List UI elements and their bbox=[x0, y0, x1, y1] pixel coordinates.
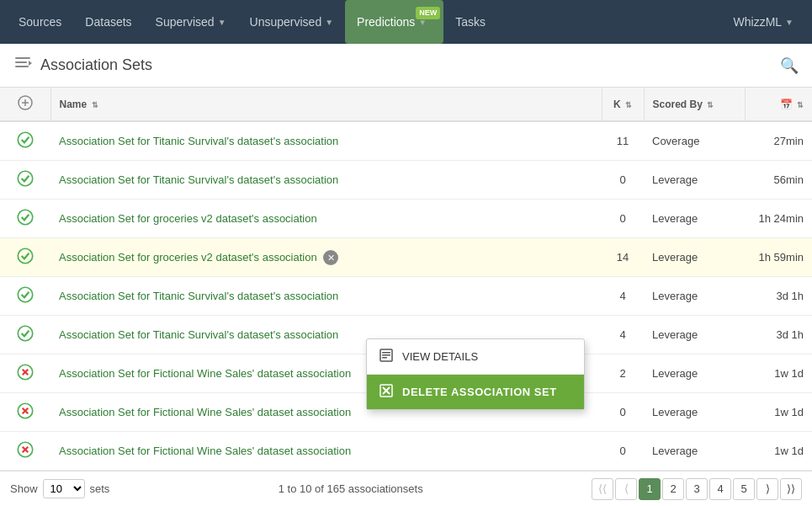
navbar: Sources Datasets Supervised ▼ Unsupervis… bbox=[0, 0, 812, 44]
page-3-btn[interactable]: 3 bbox=[686, 478, 708, 500]
row-time-cell: 1h 59min bbox=[745, 238, 812, 277]
row-status-icon bbox=[15, 207, 35, 227]
svg-point-9 bbox=[18, 210, 32, 224]
table-container: Name ⇅ K ⇅ Scored By ⇅ 📅 ⇅ bbox=[0, 88, 812, 506]
svg-point-11 bbox=[18, 287, 32, 301]
show-label: Show bbox=[10, 482, 38, 495]
row-time-cell: 1h 24min bbox=[745, 200, 812, 238]
row-icon-cell bbox=[0, 277, 50, 316]
row-icon-cell bbox=[0, 161, 50, 200]
page-last-btn[interactable]: ⟩⟩ bbox=[780, 478, 802, 500]
svg-rect-27 bbox=[382, 354, 390, 356]
nav-unsupervised[interactable]: Unsupervised ▼ bbox=[238, 0, 346, 44]
nav-sources[interactable]: Sources bbox=[7, 0, 73, 44]
row-status-icon bbox=[15, 246, 35, 266]
table-row: Association Set for Titanic Survival's d… bbox=[0, 161, 812, 200]
row-icon-cell bbox=[0, 238, 50, 277]
footer-info: 1 to 10 of 165 associationsets bbox=[109, 482, 592, 495]
row-status-icon bbox=[15, 362, 35, 382]
row-close-btn[interactable]: ✕ bbox=[323, 250, 338, 265]
nav-tasks-label: Tasks bbox=[455, 15, 486, 29]
row-name-link[interactable]: Association Set for Titanic Survival's d… bbox=[59, 173, 338, 186]
association-sets-icon bbox=[13, 54, 32, 77]
context-view-details[interactable]: VIEW DETAILS bbox=[367, 339, 584, 375]
nav-sources-label: Sources bbox=[19, 15, 61, 29]
row-name-link[interactable]: Association Set for Titanic Survival's d… bbox=[59, 290, 338, 302]
row-k-cell: 4 bbox=[602, 316, 644, 354]
page-title: Association Sets bbox=[40, 56, 152, 74]
page-5-btn[interactable]: 5 bbox=[733, 478, 755, 500]
row-scored-cell: Leverage bbox=[644, 200, 745, 238]
row-name-cell: Association Set for Fictional Wine Sales… bbox=[50, 432, 602, 471]
row-status-icon bbox=[15, 439, 35, 460]
table-row: Association Set for groceries v2 dataset… bbox=[0, 238, 812, 277]
row-scored-cell: Leverage bbox=[644, 238, 745, 277]
th-icon bbox=[0, 88, 50, 121]
row-name-link[interactable]: Association Set for groceries v2 dataset… bbox=[59, 251, 317, 264]
nav-user-label: WhizzML bbox=[734, 15, 783, 29]
row-scored-cell: Leverage bbox=[644, 354, 745, 393]
row-name-cell: Association Set for Titanic Survival's d… bbox=[50, 121, 602, 161]
row-name-cell: Association Set for groceries v2 dataset… bbox=[50, 238, 602, 277]
sets-label: sets bbox=[90, 482, 110, 495]
nav-user-arrow: ▼ bbox=[785, 18, 793, 27]
context-delete[interactable]: DELETE ASSOCIATION SET bbox=[367, 375, 584, 409]
row-name-link[interactable]: Association Set for Fictional Wine Sales… bbox=[59, 406, 351, 418]
row-scored-cell: Leverage bbox=[644, 393, 745, 432]
calendar-icon: 📅 bbox=[780, 99, 793, 110]
row-time-cell: 27min bbox=[745, 121, 812, 161]
svg-point-12 bbox=[18, 326, 32, 340]
svg-rect-2 bbox=[15, 66, 29, 67]
row-time-cell: 3d 1h bbox=[745, 316, 812, 354]
row-name-cell: Association Set for groceries v2 dataset… bbox=[50, 200, 602, 238]
k-sort-icon: ⇅ bbox=[625, 101, 632, 109]
nav-user[interactable]: WhizzML ▼ bbox=[722, 0, 805, 44]
row-name-link[interactable]: Association Set for Fictional Wine Sales… bbox=[59, 445, 351, 457]
page-2-btn[interactable]: 2 bbox=[662, 478, 684, 500]
row-time-cell: 1w 1d bbox=[745, 432, 812, 471]
nav-datasets[interactable]: Datasets bbox=[73, 0, 143, 44]
table-row: Association Set for groceries v2 dataset… bbox=[0, 200, 812, 238]
svg-point-10 bbox=[18, 248, 32, 263]
row-icon-cell bbox=[0, 200, 50, 238]
row-time-cell: 1w 1d bbox=[745, 354, 812, 393]
row-name-link[interactable]: Association Set for Titanic Survival's d… bbox=[59, 328, 338, 341]
row-status-icon bbox=[15, 168, 35, 189]
page-4-btn[interactable]: 4 bbox=[709, 478, 731, 500]
delete-icon bbox=[379, 383, 394, 401]
th-scored-by[interactable]: Scored By ⇅ bbox=[644, 88, 745, 121]
row-time-cell: 3d 1h bbox=[745, 277, 812, 316]
page-first-btn[interactable]: ⟨⟨ bbox=[592, 478, 613, 500]
table-body: Association Set for Titanic Survival's d… bbox=[0, 121, 812, 506]
scored-sort-icon: ⇅ bbox=[707, 101, 714, 109]
table-row: Association Set for Fictional Wine Sales… bbox=[0, 432, 812, 471]
nav-predictions[interactable]: NEW Predictions ▼ bbox=[345, 0, 443, 44]
row-icon-cell bbox=[0, 432, 50, 471]
row-k-cell: 0 bbox=[602, 200, 644, 238]
row-status-icon bbox=[15, 285, 35, 305]
nav-supervised[interactable]: Supervised ▼ bbox=[144, 0, 238, 44]
th-time[interactable]: 📅 ⇅ bbox=[745, 88, 812, 121]
row-name-link[interactable]: Association Set for groceries v2 dataset… bbox=[59, 212, 317, 225]
table-row: Association Set for Titanic Survival's d… bbox=[0, 121, 812, 161]
per-page-select[interactable]: 10 25 50 bbox=[43, 479, 85, 498]
nav-unsupervised-arrow: ▼ bbox=[325, 18, 333, 27]
view-details-label: VIEW DETAILS bbox=[402, 350, 478, 363]
th-k[interactable]: K ⇅ bbox=[602, 88, 644, 121]
row-icon-cell bbox=[0, 354, 50, 393]
footer: Show 10 25 50 sets 1 to 10 of 165 associ… bbox=[0, 471, 812, 506]
page-prev-btn[interactable]: ⟨ bbox=[615, 478, 637, 500]
page-next-btn[interactable]: ⟩ bbox=[756, 478, 778, 500]
row-k-cell: 11 bbox=[602, 121, 644, 161]
row-name-link[interactable]: Association Set for Fictional Wine Sales… bbox=[59, 367, 351, 380]
pagination: ⟨⟨ ⟨ 1 2 3 4 5 ⟩ ⟩⟩ bbox=[592, 478, 802, 500]
th-name[interactable]: Name ⇅ bbox=[50, 88, 602, 121]
row-scored-cell: Leverage bbox=[644, 161, 745, 200]
svg-point-7 bbox=[18, 132, 32, 146]
nav-supervised-arrow: ▼ bbox=[218, 18, 226, 27]
row-name-link[interactable]: Association Set for Titanic Survival's d… bbox=[59, 135, 338, 147]
nav-unsupervised-label: Unsupervised bbox=[250, 15, 322, 29]
nav-tasks[interactable]: Tasks bbox=[443, 0, 497, 44]
page-1-btn[interactable]: 1 bbox=[639, 478, 661, 500]
search-icon[interactable]: 🔍 bbox=[780, 56, 799, 75]
